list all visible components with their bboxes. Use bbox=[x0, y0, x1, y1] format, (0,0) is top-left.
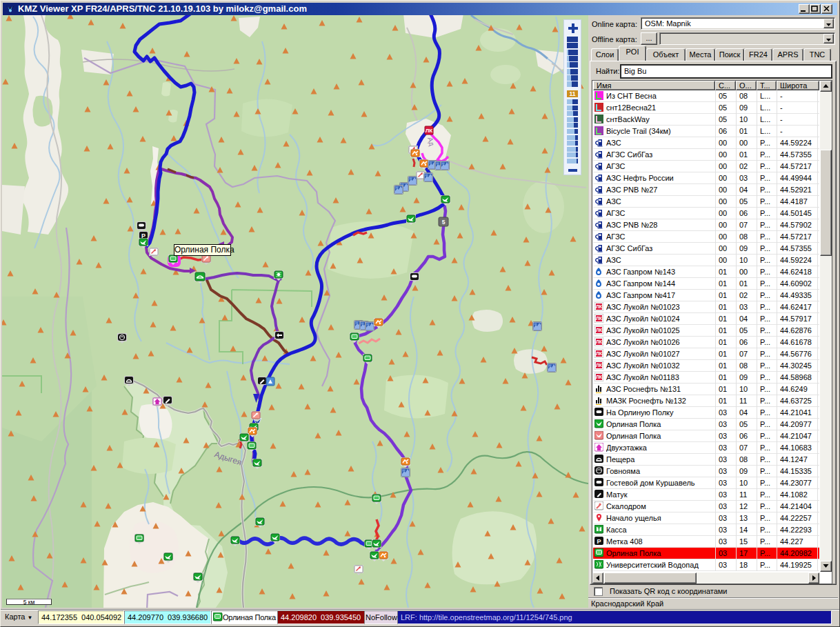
svg-text:ЛК: ЛК bbox=[596, 328, 603, 332]
svg-text:ЛК: ЛК bbox=[596, 375, 603, 379]
svg-text:P: P bbox=[597, 538, 601, 545]
svg-text:ЛК: ЛК bbox=[596, 363, 603, 368]
svg-text:ЛК: ЛК bbox=[596, 316, 603, 321]
svg-text:ЛК: ЛК bbox=[596, 304, 603, 309]
svg-text:ЛК: ЛК bbox=[596, 339, 603, 344]
svg-text:ЛК: ЛК bbox=[596, 351, 603, 356]
